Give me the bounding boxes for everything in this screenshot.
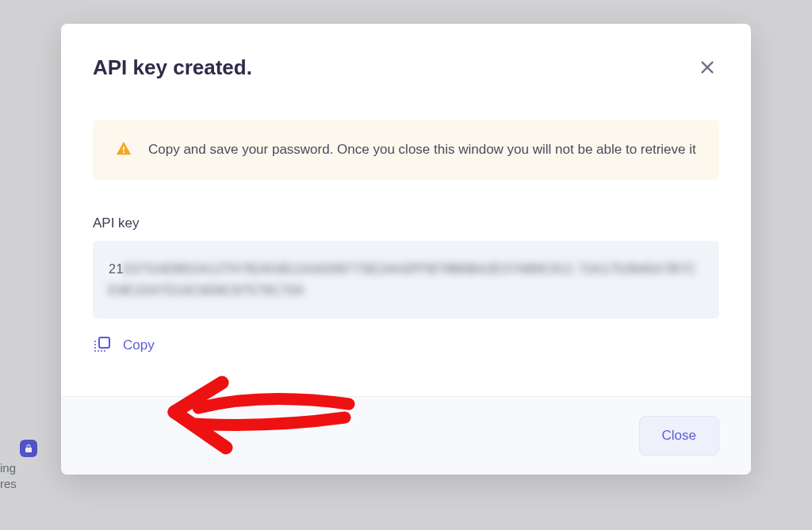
alert-message: Copy and save your password. Once you cl… <box>148 139 696 160</box>
copy-icon[interactable] <box>93 334 112 357</box>
api-key-label: API key <box>93 215 719 231</box>
svg-point-5 <box>94 341 96 342</box>
svg-rect-2 <box>123 147 124 151</box>
warning-icon <box>115 140 132 161</box>
close-button[interactable]: Close <box>639 416 719 456</box>
key-visible-prefix: 21 <box>109 262 124 276</box>
api-key-value: 21D27G4D8D2A12TA7824GB12AAD0877SE24ASPFB… <box>93 241 719 318</box>
close-icon[interactable] <box>695 55 719 79</box>
svg-point-7 <box>94 347 96 349</box>
modal-overlay: API key created. Copy and save y <box>0 0 812 530</box>
api-key-created-modal: API key created. Copy and save y <box>61 24 751 475</box>
warning-alert: Copy and save your password. Once you cl… <box>93 120 719 180</box>
modal-footer: Close <box>61 396 751 475</box>
svg-rect-3 <box>123 151 124 153</box>
svg-point-9 <box>98 350 99 352</box>
svg-point-8 <box>94 350 96 352</box>
copy-button[interactable]: Copy <box>123 337 155 353</box>
modal-title: API key created. <box>93 55 252 80</box>
svg-point-10 <box>101 350 102 352</box>
key-blurred-portion: D27G4D8D2A12TA7824GB12AAD0877SE24ASPFB79… <box>109 262 696 297</box>
svg-point-11 <box>104 350 105 352</box>
svg-rect-4 <box>99 337 109 348</box>
svg-point-6 <box>94 344 96 345</box>
